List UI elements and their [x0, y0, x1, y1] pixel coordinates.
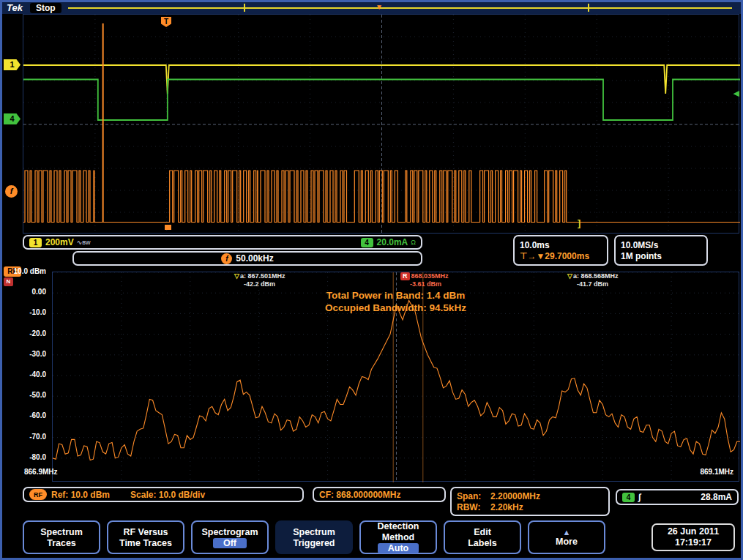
ch1-scale-readout: 200mV	[45, 237, 74, 247]
menu-button-label: Labels	[468, 538, 497, 548]
menu-button-label: RF Versus	[123, 527, 168, 537]
time-domain-graticule[interactable]	[23, 14, 739, 234]
rf-badge[interactable]: RF	[29, 489, 47, 500]
spectrum-annotations: Total Power in Band: 1.4 dBm Occupied Ba…	[52, 289, 739, 314]
trigger-position-readout: 29.7000ms	[545, 251, 589, 261]
trigger-slope-icon: ⊤→▼	[520, 251, 545, 261]
ch4-impedance-icon: Ω	[411, 239, 416, 246]
preview-trigger-marker-icon: ▼	[376, 3, 383, 12]
vertical-readout-box[interactable]: 1 200mV ∿ʙᴡ 4 20.0mA Ω	[23, 235, 422, 250]
menu-button-label: Triggered	[294, 538, 335, 548]
spectrum-y-label: -80.0	[2, 453, 46, 461]
menu-button-selection[interactable]: Off	[213, 538, 247, 548]
spectrum-y-label: -30.0	[2, 350, 46, 358]
spectrum-y-label: -10.0	[2, 308, 46, 316]
rf-ref-level-readout: Ref: 10.0 dBm	[51, 490, 110, 500]
time-readout: 17:19:17	[675, 537, 712, 548]
time-domain-traces	[23, 15, 740, 234]
ch1-ground-badge[interactable]: 1	[4, 59, 20, 70]
occupied-bandwidth-annotation: Occupied Bandwidth: 94.5kHz	[52, 302, 739, 314]
ch4-badge[interactable]: 4	[361, 238, 373, 247]
top-status-bar: Tek Stop ▼	[2, 2, 741, 14]
acquisition-preview-bar[interactable]	[68, 7, 732, 9]
preview-window-right-bracket[interactable]	[588, 4, 589, 12]
rf-f-badge[interactable]: f	[221, 253, 232, 264]
menu-button-label: More	[556, 537, 578, 547]
menu-button-spectrum-triggered[interactable]: SpectrumTriggered	[275, 520, 353, 554]
spectrum-y-label: -40.0	[2, 370, 46, 378]
menu-button-label: Method	[382, 532, 414, 542]
ch1-badge[interactable]: 1	[29, 238, 42, 247]
span-rbw-box[interactable]: Span:2.20000MHz RBW:2.20kHz	[450, 487, 610, 516]
spectrum-y-label: -70.0	[2, 433, 46, 441]
ch4-scale-readout: 20.0mA	[377, 237, 408, 247]
menu-button-label: Spectrogram	[201, 527, 258, 537]
record-length-readout: 1M points	[621, 251, 662, 261]
datetime-box: 26 Jun 2011 17:19:17	[651, 523, 735, 551]
rbw-label: RBW:	[457, 502, 490, 512]
ch4-level-arrow-icon: ◀	[733, 89, 739, 98]
menu-button-edit-labels[interactable]: EditLabels	[444, 520, 521, 554]
menu-button-label: Spectrum	[40, 527, 83, 537]
menu-button-spectrum-traces[interactable]: SpectrumTraces	[23, 520, 100, 554]
menu-button-label: Time Traces	[119, 538, 172, 548]
ch1-coupling-icons: ∿ʙᴡ	[77, 239, 91, 246]
rf-f-scale-readout: 50.00kHz	[236, 253, 273, 264]
spectrum-y-axis-labels: 10.0 dBm0.00-10.0-20.0-30.0-40.0-50.0-60…	[2, 272, 49, 482]
acquisition-status: Stop	[30, 3, 61, 13]
menu-button-label: Spectrum	[293, 527, 335, 537]
rbw-value: 2.20kHz	[490, 502, 523, 512]
tek-logo: Tek	[7, 2, 23, 14]
horizontal-readout-box[interactable]: 10.0ms ⊤→▼29.7000ms	[513, 235, 608, 266]
span-label: Span:	[457, 491, 490, 501]
horizontal-scale-readout: 10.0ms	[520, 240, 550, 250]
trigger-bottom-marker[interactable]	[165, 225, 171, 230]
preview-window-left-bracket[interactable]	[244, 4, 245, 12]
expand-bracket-icon: ]	[578, 217, 580, 228]
more-arrow-icon: ▲	[563, 529, 571, 536]
spectrum-y-label: -50.0	[2, 391, 46, 399]
ch4-ground-badge[interactable]: 4	[4, 113, 20, 124]
center-frequency-box[interactable]: CF: 868.000000MHz	[313, 487, 446, 502]
sample-rate-readout: 10.0MS/s	[621, 240, 658, 250]
rf-ref-scale-box[interactable]: RF Ref: 10.0 dBm Scale: 10.0 dB/div	[23, 487, 304, 502]
menu-button-label: Edit	[474, 527, 491, 537]
rf-scale-readout: Scale: 10.0 dB/div	[130, 490, 205, 500]
bottom-menu-bar: SpectrumTracesRF VersusTime TracesSpectr…	[23, 520, 605, 554]
rf-f-readout-box[interactable]: f 50.00kHz	[72, 251, 422, 266]
menu-button-label: Detection	[378, 521, 419, 531]
ch4-measurement-badge[interactable]: 4	[622, 493, 635, 502]
spectrum-y-label: 10.0 dBm	[2, 267, 46, 275]
date-readout: 26 Jun 2011	[668, 526, 719, 537]
menu-button-label: Traces	[47, 538, 76, 548]
rf-frequency-trace-badge[interactable]: f	[5, 185, 18, 198]
center-frequency-readout: CF: 868.000000MHz	[319, 490, 400, 500]
menu-button-detection-method[interactable]: DetectionMethodAuto	[359, 520, 437, 554]
total-power-annotation: Total Power in Band: 1.4 dBm	[52, 289, 739, 302]
spectrum-y-label: -60.0	[2, 411, 46, 419]
spectrum-start-frequency-label: 866.9MHz	[24, 468, 58, 476]
spectrum-y-label: -20.0	[2, 329, 46, 337]
menu-button-selection[interactable]: Auto	[378, 543, 419, 553]
oscilloscope-screen: Tek Stop ▼ 1 4 f RF N ◀ T ] 1 200mV ∿ʙᴡ …	[0, 0, 743, 560]
menu-button-more[interactable]: ▲More	[528, 520, 605, 554]
integral-icon: ∫	[638, 492, 641, 502]
menu-button-spectrogram[interactable]: SpectrogramOff	[191, 520, 269, 554]
span-value: 2.20000MHz	[490, 491, 540, 501]
spectrum-y-label: 0.00	[2, 288, 46, 296]
ch4-current-readout: 28.8mA	[701, 492, 732, 502]
acquisition-readout-box[interactable]: 10.0MS/s 1M points	[614, 235, 708, 266]
menu-button-rf-versus-time-traces[interactable]: RF VersusTime Traces	[107, 520, 184, 554]
ch4-measurement-box[interactable]: 4 ∫ 28.8mA	[616, 489, 739, 505]
spectrum-stop-frequency-label: 869.1MHz	[700, 468, 733, 476]
